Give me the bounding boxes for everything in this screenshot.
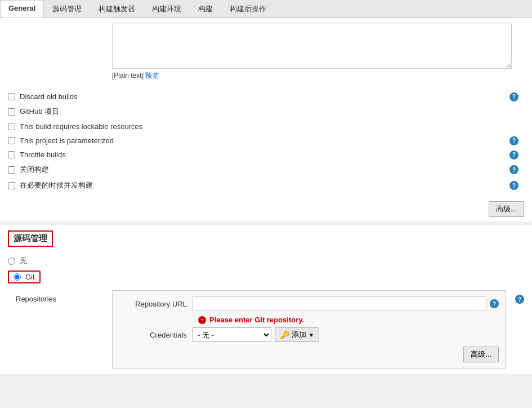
add-btn-label: 添加 [292, 330, 306, 340]
add-btn-arrow-icon: ▼ [309, 332, 314, 338]
credentials-row: Credentials - 无 - 🔑 添加 ▼ [119, 327, 499, 342]
add-credentials-button[interactable]: 🔑 添加 ▼ [275, 327, 319, 342]
option-parameterized: This project is parameterized ? [8, 134, 524, 148]
discard-old-builds-checkbox[interactable] [8, 93, 15, 100]
radio-git-row: Git [8, 268, 524, 286]
repo-url-row: Repository URL ? [119, 296, 499, 311]
plain-text-row: [Plain text] 预览 [112, 71, 524, 81]
option-disable-build: 关闭构建 ? [8, 162, 524, 178]
repo-url-label: Repository URL [119, 300, 193, 308]
concurrent-build-checkbox[interactable] [8, 182, 15, 189]
scm-none-label[interactable]: 无 [20, 256, 27, 266]
repositories-help-icon[interactable]: ? [515, 295, 524, 304]
parameterized-checkbox[interactable] [8, 137, 15, 144]
disable-build-help-icon[interactable]: ? [509, 165, 518, 174]
repo-advanced-button[interactable]: 高级... [463, 347, 499, 362]
tab-build[interactable]: 构建 [190, 0, 221, 17]
git-radio-box: Git [8, 270, 41, 283]
tab-bar: General 源码管理 构建触发器 构建环境 构建 构建后操作 [0, 0, 532, 18]
parameterized-label[interactable]: This project is parameterized [20, 136, 114, 145]
tab-general[interactable]: General [0, 0, 44, 17]
error-text: Please enter Git repository. [209, 316, 304, 324]
option-lockable-resources: This build requires lockable resources [8, 119, 524, 134]
option-discard-old-builds: Discard old builds ? [8, 90, 524, 104]
scm-title: 源码管理 [8, 230, 53, 247]
lockable-resources-checkbox[interactable] [8, 123, 15, 130]
description-section: [Plain text] 预览 [0, 18, 532, 86]
discard-old-builds-help-icon[interactable]: ? [509, 92, 518, 101]
tab-scm[interactable]: 源码管理 [44, 0, 90, 17]
credentials-select[interactable]: - 无 - [193, 327, 271, 342]
key-icon: 🔑 [280, 330, 289, 339]
github-project-checkbox[interactable] [8, 108, 15, 116]
tab-build-env[interactable]: 构建环境 [144, 0, 190, 17]
main-content: [Plain text] 预览 Discard old builds ? Git… [0, 18, 532, 374]
scm-section: 源码管理 无 Git Repositories Repository URL ? [0, 225, 532, 374]
repo-url-help-icon[interactable]: ? [490, 299, 499, 308]
options-section: Discard old builds ? GitHub 项目 This buil… [0, 86, 532, 197]
concurrent-build-help-icon[interactable]: ? [509, 181, 518, 190]
tab-post-build[interactable]: 构建后操作 [221, 0, 275, 17]
repo-details-panel: Repository URL ? – Please enter Git repo… [112, 290, 506, 369]
concurrent-build-label[interactable]: 在必要的时候并发构建 [20, 180, 93, 190]
tab-build-triggers[interactable]: 构建触发器 [90, 0, 144, 17]
repo-advanced-row: 高级... [119, 347, 499, 362]
disable-build-label[interactable]: 关闭构建 [20, 165, 49, 175]
radio-none-row: 无 [8, 254, 524, 268]
throttle-builds-checkbox[interactable] [8, 151, 15, 158]
advanced-button[interactable]: 高级... [489, 201, 524, 217]
github-project-label[interactable]: GitHub 项目 [20, 107, 59, 117]
plain-text-label: [Plain text] [112, 72, 144, 79]
credentials-label: Credentials [119, 331, 193, 339]
scm-none-radio[interactable] [8, 258, 15, 265]
advanced-row: 高级... [0, 197, 532, 221]
repo-help-icon-container: ? [512, 290, 524, 304]
discard-old-builds-label[interactable]: Discard old builds [20, 92, 78, 101]
repositories-section: Repositories Repository URL ? – Please e… [8, 290, 524, 369]
option-github-project: GitHub 项目 [8, 104, 524, 119]
parameterized-help-icon[interactable]: ? [509, 136, 518, 145]
repo-url-input[interactable] [193, 296, 486, 311]
throttle-builds-help-icon[interactable]: ? [509, 150, 518, 159]
option-throttle-builds: Throttle builds ? [8, 148, 524, 162]
option-concurrent-build: 在必要的时候并发构建 ? [8, 178, 524, 193]
description-textarea[interactable] [112, 24, 512, 69]
error-row: – Please enter Git repository. [198, 316, 499, 324]
error-icon: – [198, 316, 206, 324]
lockable-resources-label[interactable]: This build requires lockable resources [20, 122, 142, 131]
throttle-builds-label[interactable]: Throttle builds [20, 150, 66, 159]
scm-git-label[interactable]: Git [25, 273, 35, 281]
repositories-label: Repositories [8, 290, 112, 303]
disable-build-checkbox[interactable] [8, 166, 15, 174]
preview-link[interactable]: 预览 [145, 72, 159, 79]
scm-git-radio[interactable] [14, 273, 21, 281]
